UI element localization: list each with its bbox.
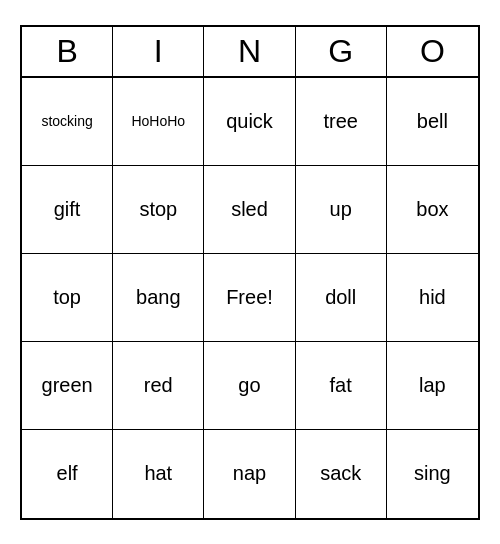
cell-r0-c3: tree [296, 78, 387, 166]
cell-r0-c2: quick [204, 78, 295, 166]
cell-r3-c1: red [113, 342, 204, 430]
cell-r4-c1: hat [113, 430, 204, 518]
header-letter-i: I [113, 27, 204, 76]
cell-r4-c2: nap [204, 430, 295, 518]
cell-r3-c4: lap [387, 342, 478, 430]
cell-r2-c3: doll [296, 254, 387, 342]
bingo-grid: stockingHoHoHoquicktreebellgiftstopsledu… [22, 78, 478, 518]
cell-r1-c3: up [296, 166, 387, 254]
cell-r4-c0: elf [22, 430, 113, 518]
cell-r4-c3: sack [296, 430, 387, 518]
cell-r3-c0: green [22, 342, 113, 430]
cell-r3-c3: fat [296, 342, 387, 430]
cell-r1-c1: stop [113, 166, 204, 254]
cell-r0-c0: stocking [22, 78, 113, 166]
cell-r1-c4: box [387, 166, 478, 254]
cell-r3-c2: go [204, 342, 295, 430]
cell-r2-c1: bang [113, 254, 204, 342]
header-letter-n: N [204, 27, 295, 76]
cell-r2-c4: hid [387, 254, 478, 342]
header-letter-g: G [296, 27, 387, 76]
cell-r0-c1: HoHoHo [113, 78, 204, 166]
header-letter-o: O [387, 27, 478, 76]
header-letter-b: B [22, 27, 113, 76]
cell-r1-c2: sled [204, 166, 295, 254]
cell-r1-c0: gift [22, 166, 113, 254]
bingo-card: BINGO stockingHoHoHoquicktreebellgiftsto… [20, 25, 480, 520]
cell-r2-c0: top [22, 254, 113, 342]
cell-r0-c4: bell [387, 78, 478, 166]
cell-r2-c2: Free! [204, 254, 295, 342]
bingo-header: BINGO [22, 27, 478, 78]
cell-r4-c4: sing [387, 430, 478, 518]
